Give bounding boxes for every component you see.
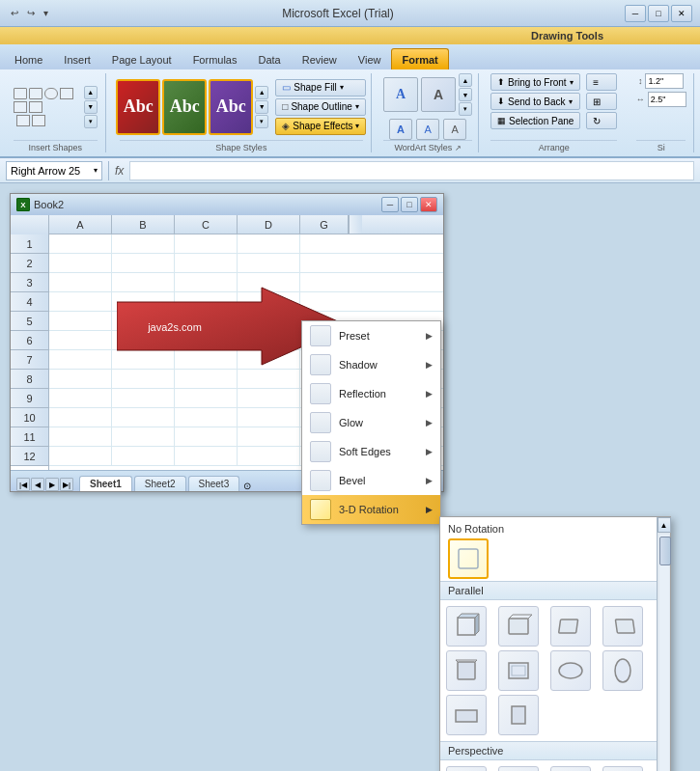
row-header-8[interactable]: 8 <box>11 370 48 389</box>
rotation-item[interactable] <box>498 606 539 647</box>
tab-review[interactable]: Review <box>292 48 348 69</box>
panel-scroll-up[interactable]: ▲ <box>658 517 671 533</box>
rotation-item[interactable] <box>550 650 591 691</box>
rotation-item[interactable] <box>498 766 539 771</box>
width-input[interactable]: 2.5" <box>648 92 686 107</box>
shape-icon-6[interactable] <box>29 101 42 113</box>
style-scroll-down[interactable]: ▼ <box>255 100 268 114</box>
rotation-item[interactable] <box>550 766 591 771</box>
col-header-a[interactable]: A <box>49 215 112 234</box>
shapes-scroll-more[interactable]: ▾ <box>84 115 98 128</box>
menu-item-3d-rotation[interactable]: 3-D Rotation ▶ <box>302 495 440 524</box>
shape-icon-4[interactable] <box>60 88 73 99</box>
wordart-scroll-down[interactable]: ▼ <box>459 88 472 101</box>
row-header-5[interactable]: 5 <box>11 312 48 331</box>
menu-item-shadow[interactable]: Shadow ▶ <box>302 350 440 379</box>
menu-item-reflection[interactable]: Reflection ▶ <box>302 379 440 408</box>
cell[interactable] <box>175 234 238 254</box>
shape-icon-1[interactable] <box>14 88 27 99</box>
shape-style-red[interactable]: Abc <box>116 79 160 135</box>
row-header-1[interactable]: 1 <box>11 234 48 254</box>
row-header-11[interactable]: 11 <box>11 427 48 447</box>
name-box[interactable]: Right Arrow 25 ▾ <box>6 161 102 180</box>
rotate-button[interactable]: ↻ <box>586 112 617 129</box>
new-sheet-button[interactable]: ⊙ <box>243 481 251 491</box>
formula-input[interactable] <box>129 161 694 180</box>
bring-to-front-button[interactable]: ⬆ Bring to Front ▾ <box>490 73 580 91</box>
sheet-nav-first[interactable]: |◀ <box>16 478 30 491</box>
tab-formulas[interactable]: Formulas <box>182 48 248 69</box>
menu-item-soft-edges[interactable]: Soft Edges ▶ <box>302 437 440 466</box>
no-rotation-item[interactable] <box>448 538 489 579</box>
style-scroll-up[interactable]: ▲ <box>255 86 268 99</box>
cell[interactable] <box>49 292 112 312</box>
maximize-button[interactable]: □ <box>648 5 669 22</box>
selection-pane-button[interactable]: ▦ Selection Pane <box>490 112 580 129</box>
tab-insert[interactable]: Insert <box>53 48 101 69</box>
cell[interactable] <box>112 447 175 466</box>
rotation-item[interactable] <box>446 606 487 647</box>
rotation-item[interactable] <box>498 695 539 735</box>
group-button[interactable]: ⊞ <box>586 93 617 110</box>
cell[interactable] <box>175 427 238 447</box>
sheet-tab-3[interactable]: Sheet3 <box>188 476 240 491</box>
rotation-item[interactable] <box>602 606 643 647</box>
cell[interactable] <box>49 427 112 447</box>
shapes-scroll-up[interactable]: ▲ <box>84 86 98 99</box>
shape-icon-8[interactable] <box>32 115 45 126</box>
cell[interactable] <box>238 234 300 254</box>
col-header-d[interactable]: D <box>238 215 300 234</box>
customize-button[interactable]: ▾ <box>41 7 51 19</box>
text-fill-button[interactable]: A <box>389 119 412 140</box>
sheet-nav-last[interactable]: ▶| <box>60 478 73 491</box>
menu-item-preset[interactable]: Preset ▶ <box>302 321 440 350</box>
cell[interactable] <box>238 389 300 408</box>
cell[interactable] <box>175 447 238 466</box>
cell[interactable] <box>49 447 112 466</box>
sheet-nav-next[interactable]: ▶ <box>45 478 59 491</box>
height-input[interactable]: 1.2" <box>645 73 684 89</box>
shape-fill-button[interactable]: ▭ Shape Fill ▾ <box>275 79 366 96</box>
cell[interactable] <box>238 427 300 447</box>
rotation-item[interactable] <box>602 650 643 691</box>
cell[interactable] <box>175 389 238 408</box>
row-header-9[interactable]: 9 <box>11 389 48 408</box>
shape-icon-2[interactable] <box>29 88 42 99</box>
redo-button[interactable]: ↪ <box>24 7 38 19</box>
menu-item-bevel[interactable]: Bevel ▶ <box>302 466 440 495</box>
cell[interactable] <box>49 408 112 427</box>
vertical-scrollbar[interactable] <box>349 215 362 234</box>
cell[interactable] <box>238 254 300 273</box>
tab-view[interactable]: View <box>348 48 392 69</box>
shape-icon-5[interactable] <box>14 101 27 113</box>
excel-close-button[interactable]: ✕ <box>420 197 437 212</box>
style-scroll-more[interactable]: ▾ <box>255 115 268 128</box>
rotation-item[interactable] <box>446 650 487 691</box>
cell[interactable] <box>49 273 112 292</box>
row-header-2[interactable]: 2 <box>11 254 48 273</box>
cell[interactable] <box>112 254 175 273</box>
scrollbar-thumb[interactable] <box>659 537 671 565</box>
minimize-button[interactable]: ─ <box>625 5 646 22</box>
cell[interactable] <box>49 312 112 331</box>
close-button[interactable]: ✕ <box>671 5 692 22</box>
wordart-scroll-up[interactable]: ▲ <box>459 73 472 87</box>
col-header-c[interactable]: C <box>175 215 238 234</box>
cell[interactable] <box>49 389 112 408</box>
text-effects-button[interactable]: A <box>443 119 466 140</box>
cell[interactable] <box>112 389 175 408</box>
row-header-7[interactable]: 7 <box>11 350 48 370</box>
cell[interactable] <box>49 370 112 389</box>
tab-data[interactable]: Data <box>247 48 291 69</box>
cell[interactable] <box>49 350 112 370</box>
row-header-12[interactable]: 12 <box>11 447 48 466</box>
tab-page-layout[interactable]: Page Layout <box>101 48 182 69</box>
tab-format[interactable]: Format <box>391 48 448 69</box>
row-header-6[interactable]: 6 <box>11 331 48 350</box>
cell[interactable] <box>175 370 238 389</box>
row-header-4[interactable]: 4 <box>11 292 48 312</box>
wordart-scroll-more[interactable]: ▾ <box>459 102 472 116</box>
cell[interactable] <box>238 370 300 389</box>
cell[interactable] <box>175 254 238 273</box>
col-header-b[interactable]: B <box>112 215 175 234</box>
